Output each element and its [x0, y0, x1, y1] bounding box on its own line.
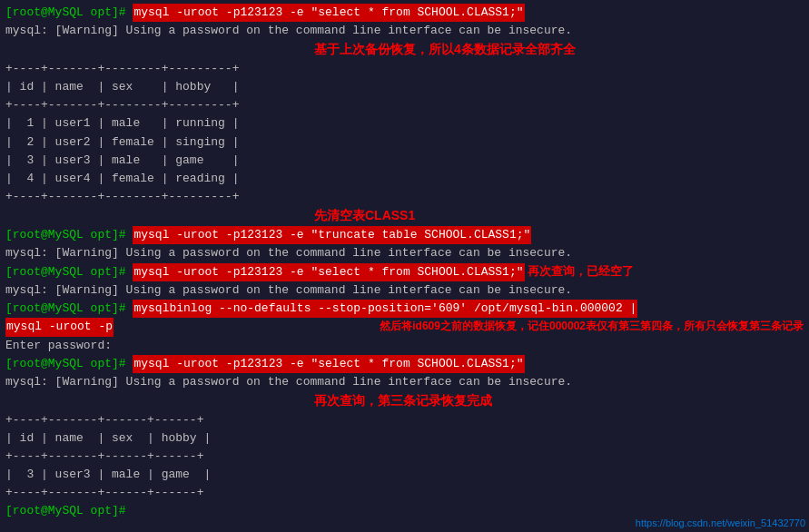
line-truncate: [root@MySQL opt]# mysql -uroot -p123123 …: [5, 226, 804, 244]
annotation-3: 然后将id609之前的数据恢复，记住000002表仅有第三第四条，所有只会恢复第…: [380, 318, 804, 335]
warning-3: mysql: [Warning] Using a password on the…: [5, 281, 804, 300]
line-select-restore: [root@MySQL opt]# mysql -uroot -p123123 …: [5, 355, 804, 373]
annotation-1: 基于上次备份恢复，所以4条数据记录全部齐全: [314, 40, 576, 60]
command-select-restore: mysql -uroot -p123123 -e "select * from …: [133, 355, 524, 373]
table1-sep2: +----+-------+--------+---------+: [5, 96, 804, 114]
table1-row1: | 1 | user1 | male | running |: [5, 114, 804, 133]
command-binlog2: mysql -uroot -p: [5, 318, 113, 336]
line-binlog1: [root@MySQL opt]# mysqlbinlog --no-defau…: [5, 300, 804, 318]
final-prompt: [root@MySQL opt]#: [5, 502, 126, 520]
table1-row4: | 4 | user4 | female | reading |: [5, 170, 804, 188]
annotation-line-1: 基于上次备份恢复，所以4条数据记录全部齐全: [5, 40, 804, 60]
annotation-line-4: 再次查询，第三条记录恢复完成: [5, 391, 804, 411]
annotation-2: 先清空表CLASS1: [314, 206, 415, 226]
terminal-window: [root@MySQL opt]# mysql -uroot -p123123 …: [0, 0, 809, 532]
table1-row2: | 2 | user2 | female | singing |: [5, 133, 804, 152]
prompt-binlog: [root@MySQL opt]#: [5, 300, 126, 318]
watermark: https://blog.csdn.net/weixin_51432770: [636, 517, 805, 528]
warning-2: mysql: [Warning] Using a password on the…: [5, 244, 804, 262]
warning-4: mysql: [Warning] Using a password on the…: [5, 373, 804, 391]
enter-password-text: Enter password:: [5, 339, 119, 352]
warning-1: mysql: [Warning] Using a password on the…: [5, 22, 804, 40]
command-binlog1: mysqlbinlog --no-defaults --stop-positio…: [133, 300, 637, 318]
table1-sep1: +----+-------+--------+---------+: [5, 60, 804, 78]
table1-sep3: +----+-------+--------+---------+: [5, 188, 804, 206]
line-binlog2: mysql -uroot -p 然后将id609之前的数据恢复，记住000002…: [5, 318, 804, 336]
command-truncate: mysql -uroot -p123123 -e "truncate table…: [133, 226, 531, 244]
table1-row3: | 3 | user3 | male | game |: [5, 152, 804, 170]
annotation-inline-1: 再次查询，已经空了: [525, 262, 635, 281]
line-1: [root@MySQL opt]# mysql -uroot -p123123 …: [5, 4, 804, 22]
table2-header: | id | name | sex | hobby |: [5, 429, 804, 448]
table2-row1: | 3 | user3 | male | game |: [5, 466, 804, 484]
command-select-empty: mysql -uroot -p123123 -e "select * from …: [133, 263, 524, 281]
prompt-1: [root@MySQL opt]#: [5, 4, 126, 22]
table2-sep2: +----+-------+------+------+: [5, 448, 804, 466]
line-select-empty: [root@MySQL opt]# mysql -uroot -p123123 …: [5, 262, 804, 281]
table2-sep1: +----+-------+------+------+: [5, 411, 804, 429]
cmd-prefix-1: [126, 4, 133, 22]
prompt-select-restore: [root@MySQL opt]#: [5, 355, 126, 373]
table1-header: | id | name | sex | hobby |: [5, 78, 804, 96]
prompt-select-empty: [root@MySQL opt]#: [5, 263, 126, 281]
prompt-truncate: [root@MySQL opt]#: [5, 226, 126, 244]
enter-password-line: Enter password:: [5, 337, 804, 355]
table2-sep3: +----+-------+------+------+: [5, 484, 804, 502]
command-1: mysql -uroot -p123123 -e "select * from …: [133, 4, 524, 22]
annotation-4: 再次查询，第三条记录恢复完成: [314, 391, 492, 411]
annotation-line-2: 先清空表CLASS1: [5, 206, 804, 226]
